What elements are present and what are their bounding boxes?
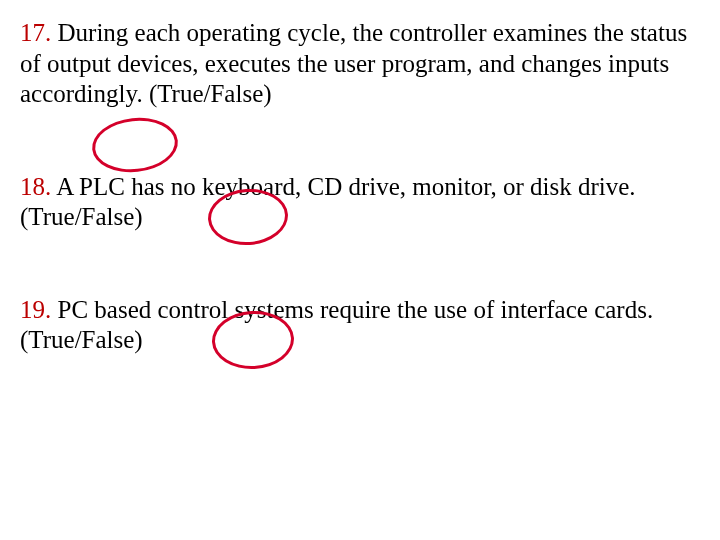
question-number: 19. [20, 296, 51, 323]
question-18: 18. A PLC has no keyboard, CD drive, mon… [20, 172, 700, 233]
circle-annotation [89, 114, 180, 177]
question-number: 17. [20, 19, 51, 46]
question-text: A PLC has no keyboard, CD drive, monitor… [20, 173, 636, 231]
question-text: During each operating cycle, the control… [20, 19, 687, 107]
question-17: 17. During each operating cycle, the con… [20, 18, 700, 110]
page: 17. During each operating cycle, the con… [0, 0, 720, 540]
question-19: 19. PC based control systems require the… [20, 295, 700, 356]
question-text: PC based control systems require the use… [20, 296, 653, 354]
question-number: 18. [20, 173, 51, 200]
